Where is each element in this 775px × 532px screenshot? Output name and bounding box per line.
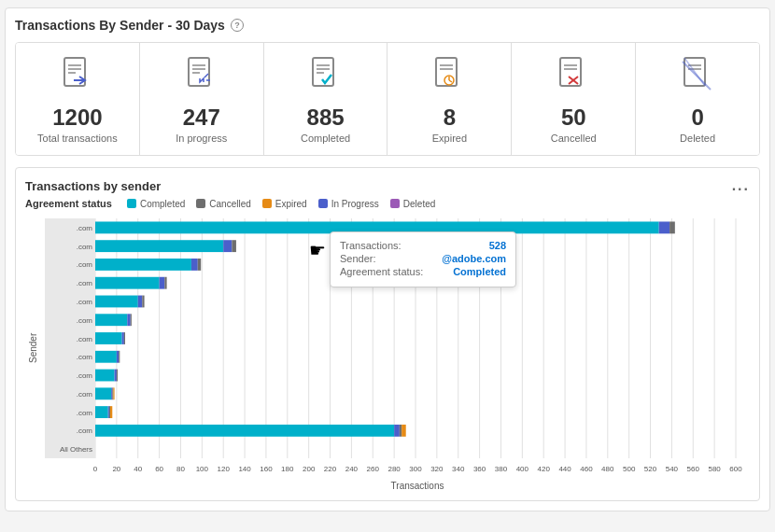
stat-label-inprogress: In progress [176,133,227,144]
stat-label-completed: Completed [301,133,350,144]
legend-label-cancelled: Cancelled [209,199,250,209]
legend-label-expired: Expired [275,199,307,209]
svg-rect-113 [142,296,144,308]
svg-text:360: 360 [473,465,486,473]
svg-rect-104 [191,259,198,271]
svg-text:160: 160 [260,465,273,473]
chart-area: Sender 020406080100120140160180200220240… [25,215,750,481]
svg-text:40: 40 [134,465,142,473]
svg-text:.com: .com [77,390,93,399]
svg-text:200: 200 [303,465,316,473]
svg-text:560: 560 [687,465,700,473]
legend-title: Agreement status [25,198,112,209]
svg-rect-111 [95,296,138,308]
stat-card-completed: 885 Completed [264,43,388,155]
svg-text:.com: .com [77,279,93,287]
svg-text:220: 220 [324,465,337,473]
tooltip-status-label: Agreement status: [340,266,423,277]
svg-text:20: 20 [112,465,120,473]
tooltip-status-value: Completed [453,266,506,277]
svg-text:.com: .com [77,316,93,325]
page-title-bar: Transactions By Sender - 30 Days ? [15,18,760,33]
svg-rect-5 [189,58,209,86]
svg-rect-129 [117,370,118,382]
y-axis-label: Sender [25,215,40,481]
chart-legend: Agreement status Completed Cancelled Exp… [25,198,750,209]
svg-text:300: 300 [409,465,422,473]
more-options-button[interactable]: ... [732,177,750,194]
svg-text:380: 380 [495,465,508,473]
document-clock-icon [427,54,472,99]
svg-text:400: 400 [516,465,529,473]
tooltip-row-transactions: Transactions: 528 [340,240,506,251]
svg-text:480: 480 [601,465,614,473]
chart-tooltip: Transactions: 528 Sender: @adobe.com Agr… [330,231,516,287]
stat-card-inprogress: 247 In progress [140,43,264,155]
svg-rect-112 [138,296,143,308]
svg-rect-138 [109,406,110,418]
svg-rect-124 [117,351,119,363]
info-icon[interactable]: ? [231,19,244,32]
svg-rect-143 [400,425,402,437]
svg-line-10 [204,74,208,77]
legend-color-cancelled [196,199,205,208]
svg-rect-103 [95,259,191,271]
legend-item-completed: Completed [127,198,185,209]
tooltip-sender-label: Sender: [340,253,376,264]
svg-rect-133 [112,387,113,399]
tooltip-row-sender: Sender: @adobe.com [340,253,506,264]
stat-label-cancelled: Cancelled [551,133,597,144]
svg-rect-115 [95,314,127,326]
chart-title: Transactions by sender [25,179,161,193]
svg-text:.com: .com [77,243,93,251]
svg-text:240: 240 [345,465,359,473]
chart-inner: 0204060801001201401601802002202402602803… [40,215,750,481]
svg-text:440: 440 [558,465,571,473]
stat-card-deleted: 0 Deleted [636,43,759,155]
tooltip-transactions-value: 528 [489,240,506,251]
svg-text:280: 280 [388,465,401,473]
svg-text:520: 520 [644,465,657,473]
tooltip-transactions-label: Transactions: [340,240,402,251]
stat-card-expired: 8 Expired [388,43,512,155]
chart-section: Transactions by sender ... Agreement sta… [15,167,760,501]
svg-text:.com: .com [77,335,93,343]
svg-rect-107 [95,277,160,289]
svg-text:140: 140 [238,465,251,473]
svg-text:100: 100 [196,465,209,473]
svg-rect-101 [232,240,236,252]
tooltip-row-status: Agreement status: Completed [340,266,506,277]
svg-text:580: 580 [708,465,721,473]
svg-text:500: 500 [623,465,636,473]
svg-text:120: 120 [218,465,231,473]
svg-rect-100 [223,240,232,252]
legend-item-deleted: Deleted [390,198,435,209]
svg-rect-141 [95,425,394,437]
svg-rect-144 [402,425,406,437]
stat-number-completed: 885 [307,106,345,129]
svg-rect-131 [95,387,111,399]
legend-color-deleted [390,199,400,208]
svg-text:.com: .com [77,371,93,380]
svg-rect-121 [124,332,125,344]
legend-color-inprogress [318,199,328,208]
svg-text:.com: .com [77,409,93,417]
legend-item-expired: Expired [262,198,307,209]
svg-text:80: 80 [176,465,185,473]
svg-line-30 [684,58,705,86]
svg-rect-137 [108,406,109,418]
chart-header: Transactions by sender ... [25,177,750,194]
document-check-icon [303,54,348,99]
stat-number-cancelled: 50 [561,106,586,129]
svg-rect-123 [95,351,117,363]
svg-rect-97 [669,221,675,233]
svg-rect-125 [119,351,120,363]
svg-rect-109 [164,277,166,289]
svg-text:All Others: All Others [60,445,92,454]
page-title: Transactions By Sender - 30 Days [15,18,225,33]
legend-label-inprogress: In Progress [331,199,379,209]
document-strikethrough-icon [675,54,720,99]
svg-rect-105 [198,259,201,271]
svg-rect-119 [95,332,122,344]
svg-text:.com: .com [77,298,93,306]
